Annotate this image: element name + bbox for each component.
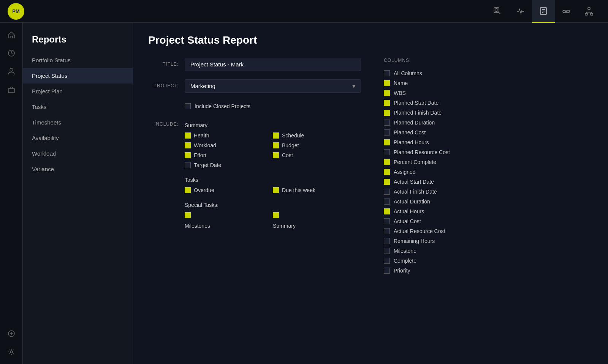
column-label-priority: Priority	[394, 268, 410, 274]
summary-tasks-checkbox[interactable]	[273, 212, 279, 218]
tasks-grid: Overdue Due this week	[185, 185, 361, 195]
special-tasks-grid: Milestones Summary	[185, 210, 361, 231]
workload-checkbox[interactable]	[185, 142, 191, 148]
column-checkbox-planned-hours[interactable]	[384, 139, 390, 145]
column-item-priority: Priority	[384, 266, 509, 276]
column-label-actual-finish-date: Actual Finish Date	[394, 189, 437, 195]
pulse-topbar-btn[interactable]	[509, 0, 532, 23]
health-checkbox[interactable]	[185, 132, 191, 139]
column-label-planned-start-date: Planned Start Date	[394, 100, 439, 106]
hierarchy-topbar-btn[interactable]	[578, 0, 600, 23]
include-label: INCLUDE:	[148, 120, 179, 127]
column-label-actual-duration: Actual Duration	[394, 199, 430, 205]
column-checkbox-actual-cost[interactable]	[384, 218, 390, 224]
column-checkbox-actual-resource-cost[interactable]	[384, 228, 390, 234]
project-label: PROJECT:	[148, 79, 179, 88]
effort-label: Effort	[194, 152, 206, 158]
topbar-icons	[486, 0, 600, 23]
sidebar-clock-icon[interactable]	[3, 45, 20, 61]
milestones-checkbox[interactable]	[185, 212, 191, 218]
title-label: TITLE:	[148, 58, 179, 67]
target-date-label: Target Date	[194, 162, 221, 168]
svg-point-24	[10, 351, 13, 353]
column-item-percent-complete: Percent Complete	[384, 157, 509, 167]
column-checkbox-wbs[interactable]	[384, 90, 390, 96]
title-input[interactable]	[185, 58, 361, 71]
column-checkbox-milestone[interactable]	[384, 248, 390, 254]
project-select-wrapper: Marketing ▼	[185, 79, 361, 93]
summary-tasks-item: Summary	[273, 210, 361, 231]
effort-item: Effort	[185, 150, 273, 160]
nav-item-tasks[interactable]: Tasks	[23, 99, 133, 115]
sidebar-settings-icon[interactable]	[3, 344, 20, 360]
column-label-planned-finish-date: Planned Finish Date	[394, 110, 442, 116]
search-topbar-btn[interactable]	[486, 0, 509, 23]
column-item-planned-duration: Planned Duration	[384, 118, 509, 128]
column-checkbox-actual-duration[interactable]	[384, 199, 390, 205]
column-label-planned-duration: Planned Duration	[394, 120, 435, 126]
app-logo: PM	[8, 3, 24, 20]
nav-items: Portfolio StatusProject StatusProject Pl…	[23, 52, 133, 177]
nav-item-portfolio-status[interactable]: Portfolio Status	[23, 52, 133, 68]
effort-checkbox[interactable]	[185, 152, 191, 158]
svg-rect-10	[585, 13, 587, 15]
main-content: Project Status Report TITLE: PROJECT:	[133, 23, 608, 364]
column-checkbox-all-columns[interactable]	[384, 70, 390, 76]
schedule-checkbox[interactable]	[273, 132, 279, 139]
column-checkbox-planned-start-date[interactable]	[384, 100, 390, 106]
budget-checkbox[interactable]	[273, 142, 279, 148]
include-closed-row: Include Closed Projects	[148, 101, 361, 112]
cost-checkbox[interactable]	[273, 152, 279, 158]
column-checkbox-planned-finish-date[interactable]	[384, 110, 390, 116]
column-item-remaining-hours: Remaining Hours	[384, 236, 509, 246]
nav-item-availability[interactable]: Availability	[23, 130, 133, 146]
column-item-milestone: Milestone	[384, 246, 509, 256]
report-topbar-btn[interactable]	[532, 0, 555, 23]
column-checkbox-planned-resource-cost[interactable]	[384, 149, 390, 155]
budget-item: Budget	[273, 140, 361, 150]
column-checkbox-assigned[interactable]	[384, 169, 390, 175]
column-checkbox-actual-hours[interactable]	[384, 208, 390, 214]
include-closed-checkbox[interactable]	[185, 103, 191, 109]
project-select[interactable]: Marketing	[185, 79, 361, 93]
column-checkbox-name[interactable]	[384, 80, 390, 86]
sidebar-home-icon[interactable]	[3, 27, 20, 43]
column-label-percent-complete: Percent Complete	[394, 159, 436, 165]
nav-item-project-plan[interactable]: Project Plan	[23, 84, 133, 99]
sidebar-briefcase-icon[interactable]	[3, 81, 20, 98]
overdue-checkbox[interactable]	[185, 187, 191, 193]
include-closed-label: Include Closed Projects	[195, 103, 250, 109]
columns-label: COLUMNS:	[384, 58, 513, 63]
title-row: TITLE:	[148, 58, 361, 71]
due-this-week-item: Due this week	[273, 185, 361, 195]
column-item-name: Name	[384, 78, 509, 88]
nav-item-project-status[interactable]: Project Status	[23, 68, 133, 84]
column-checkbox-actual-finish-date[interactable]	[384, 189, 390, 195]
column-item-planned-finish-date: Planned Finish Date	[384, 108, 509, 118]
workload-label: Workload	[194, 142, 216, 148]
svg-rect-11	[591, 13, 593, 15]
column-item-planned-start-date: Planned Start Date	[384, 98, 509, 108]
health-label: Health	[194, 132, 209, 139]
nav-sidebar: Reports Portfolio StatusProject StatusPr…	[23, 23, 133, 364]
include-row: INCLUDE: Summary Health	[148, 120, 361, 231]
sidebar-people-icon[interactable]	[3, 63, 20, 80]
column-checkbox-percent-complete[interactable]	[384, 159, 390, 165]
sidebar-add-icon[interactable]	[3, 325, 20, 342]
column-checkbox-complete[interactable]	[384, 258, 390, 264]
nav-item-workload[interactable]: Workload	[23, 146, 133, 161]
column-label-actual-start-date: Actual Start Date	[394, 179, 434, 185]
column-item-actual-resource-cost: Actual Resource Cost	[384, 226, 509, 236]
column-checkbox-priority[interactable]	[384, 268, 390, 274]
target-date-checkbox[interactable]	[185, 162, 191, 168]
column-checkbox-planned-cost[interactable]	[384, 129, 390, 136]
column-checkbox-remaining-hours[interactable]	[384, 238, 390, 244]
column-item-actual-start-date: Actual Start Date	[384, 177, 509, 187]
nav-item-variance[interactable]: Variance	[23, 161, 133, 177]
column-checkbox-actual-start-date[interactable]	[384, 179, 390, 185]
due-this-week-checkbox[interactable]	[273, 187, 279, 193]
link-topbar-btn[interactable]	[555, 0, 578, 23]
nav-item-timesheets[interactable]: Timesheets	[23, 115, 133, 130]
column-checkbox-planned-duration[interactable]	[384, 120, 390, 126]
column-label-actual-hours: Actual Hours	[394, 208, 424, 214]
